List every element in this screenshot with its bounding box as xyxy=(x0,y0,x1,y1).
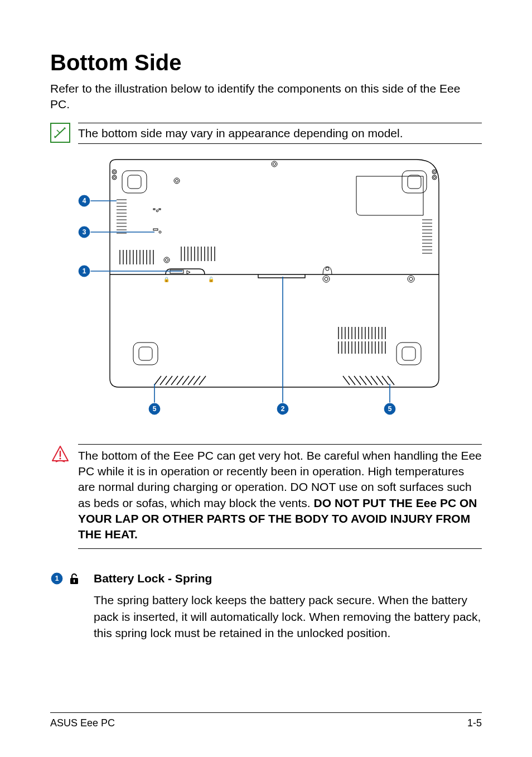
svg-point-72 xyxy=(323,276,330,282)
svg-rect-10 xyxy=(122,171,147,193)
lock-icon xyxy=(67,571,81,586)
svg-point-15 xyxy=(176,179,178,182)
svg-point-42 xyxy=(159,231,161,233)
svg-point-65 xyxy=(164,257,170,263)
svg-point-8 xyxy=(432,175,437,180)
note-text: The bottom side may vary in appearance d… xyxy=(78,123,482,144)
callout-2: 2 xyxy=(277,403,289,415)
svg-rect-68 xyxy=(170,270,183,273)
svg-point-66 xyxy=(166,258,168,261)
manual-page: Bottom Side Refer to the illustration be… xyxy=(0,0,532,757)
svg-line-120 xyxy=(349,376,355,385)
svg-line-113 xyxy=(171,376,178,385)
svg-line-126 xyxy=(382,376,389,385)
svg-point-3 xyxy=(113,171,115,173)
svg-text:3: 3 xyxy=(83,228,86,236)
svg-point-1 xyxy=(273,162,276,165)
svg-rect-41 xyxy=(153,229,158,230)
note-icon xyxy=(50,123,70,143)
svg-rect-13 xyxy=(408,175,421,189)
svg-text:🔒: 🔒 xyxy=(163,276,170,283)
callout-3: 3 xyxy=(78,226,90,238)
page-title: Bottom Side xyxy=(50,50,482,75)
item-1-marker: 1 xyxy=(50,571,87,586)
note-block: The bottom side may vary in appearance d… xyxy=(50,123,482,144)
svg-text:1: 1 xyxy=(55,575,59,582)
component-item-1: 1 Battery Lock - Spring The spring batte… xyxy=(50,570,482,642)
svg-line-125 xyxy=(376,376,383,385)
intro-paragraph: Refer to the illustration below to ident… xyxy=(50,81,482,113)
callout-5-left: 5 xyxy=(148,403,161,415)
page-footer: ASUS Eee PC 1-5 xyxy=(50,712,482,729)
svg-point-75 xyxy=(409,277,413,281)
svg-point-7 xyxy=(433,171,436,173)
svg-line-118 xyxy=(199,376,206,385)
svg-line-121 xyxy=(354,376,361,385)
svg-point-38 xyxy=(156,210,158,212)
callout-5-right: 5 xyxy=(384,403,396,415)
svg-text:1: 1 xyxy=(83,267,86,275)
svg-point-6 xyxy=(432,170,437,174)
svg-text:5: 5 xyxy=(153,405,157,413)
svg-point-147 xyxy=(59,457,61,459)
svg-rect-151 xyxy=(74,580,75,582)
number-1-icon: 1 xyxy=(50,572,64,585)
svg-text:4: 4 xyxy=(83,197,86,205)
svg-line-115 xyxy=(182,376,189,385)
svg-point-71 xyxy=(326,267,329,271)
svg-line-124 xyxy=(371,376,378,385)
svg-rect-12 xyxy=(402,171,427,193)
svg-line-112 xyxy=(166,376,172,385)
svg-rect-77 xyxy=(139,347,152,360)
svg-line-119 xyxy=(343,376,350,385)
svg-text:2: 2 xyxy=(281,405,285,413)
svg-line-127 xyxy=(388,376,394,385)
item-1-body: Battery Lock - Spring The spring battery… xyxy=(94,570,482,642)
svg-line-110 xyxy=(154,376,161,385)
footer-product: ASUS Eee PC xyxy=(50,717,115,729)
svg-rect-39 xyxy=(153,209,155,210)
svg-text:5: 5 xyxy=(388,405,392,413)
svg-line-114 xyxy=(177,376,183,385)
warning-text: The bottom of the Eee PC can get very ho… xyxy=(78,444,482,549)
svg-point-9 xyxy=(433,176,436,179)
item-1-heading: Battery Lock - Spring xyxy=(94,570,482,586)
svg-point-0 xyxy=(272,161,277,167)
svg-line-123 xyxy=(365,376,372,385)
svg-rect-78 xyxy=(396,343,421,365)
callout-1: 1 xyxy=(78,265,90,277)
svg-rect-76 xyxy=(133,343,158,365)
svg-point-14 xyxy=(174,178,180,184)
footer-page-number: 1-5 xyxy=(467,717,482,729)
svg-line-117 xyxy=(194,376,200,385)
svg-line-122 xyxy=(360,376,366,385)
svg-point-74 xyxy=(408,276,414,282)
svg-point-4 xyxy=(112,175,117,180)
svg-line-116 xyxy=(188,376,195,385)
callout-4: 4 xyxy=(78,195,90,207)
item-1-description: The spring battery lock keeps the batter… xyxy=(94,594,481,639)
svg-rect-11 xyxy=(128,175,141,189)
svg-rect-79 xyxy=(402,347,415,360)
bottom-side-diagram: 🔒 🔓 xyxy=(50,155,482,423)
warning-block: The bottom of the Eee PC can get very ho… xyxy=(50,444,482,549)
svg-point-73 xyxy=(325,277,328,281)
svg-line-111 xyxy=(160,376,167,385)
svg-point-2 xyxy=(112,170,117,174)
caution-icon xyxy=(50,444,70,464)
svg-rect-40 xyxy=(159,209,161,210)
svg-text:🔓: 🔓 xyxy=(208,276,215,283)
svg-point-5 xyxy=(113,176,115,179)
